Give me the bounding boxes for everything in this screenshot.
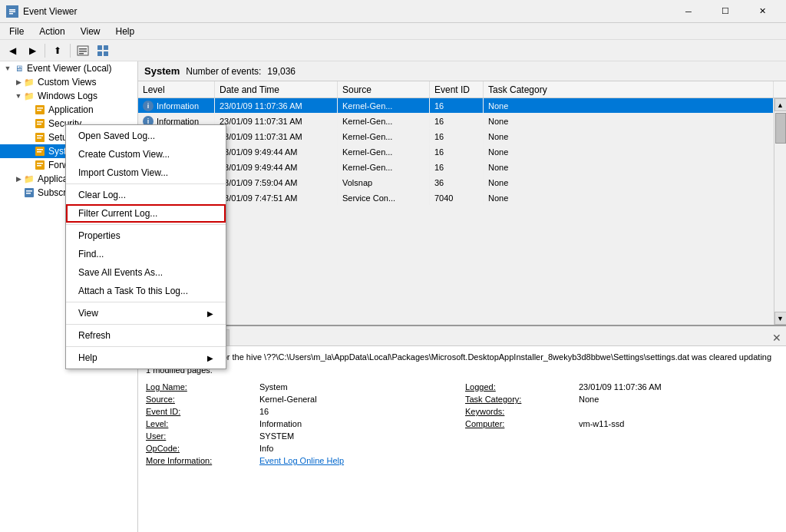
context-menu-item-help[interactable]: Help▶ xyxy=(66,349,226,367)
submenu-arrow-icon: ▶ xyxy=(207,309,213,318)
submenu-arrow-icon: ▶ xyxy=(207,354,213,362)
context-menu-item-properties[interactable]: Properties xyxy=(66,226,226,245)
context-menu-item-attach_a_task_to_this_log[interactable]: Attach a Task To this Log... xyxy=(66,282,226,300)
ctx-item-label: Find... xyxy=(78,249,104,259)
context-menu-overlay: Open Saved Log...Create Custom View...Im… xyxy=(0,0,786,532)
ctx-item-label: Refresh xyxy=(78,330,111,341)
context-menu-separator xyxy=(66,302,226,302)
context-menu-item-import_custom_view[interactable]: Import Custom View... xyxy=(66,164,226,182)
ctx-item-label: Save All Events As... xyxy=(78,267,163,278)
context-menu-item-open_saved_log[interactable]: Open Saved Log... xyxy=(66,127,226,145)
ctx-item-label: Open Saved Log... xyxy=(78,131,155,141)
context-menu-separator xyxy=(66,324,226,325)
context-menu-item-view[interactable]: View▶ xyxy=(66,304,226,322)
context-menu-item-save_all_events_as[interactable]: Save All Events As... xyxy=(66,263,226,282)
ctx-item-label: Help xyxy=(78,352,97,363)
context-menu-item-create_custom_view[interactable]: Create Custom View... xyxy=(66,145,226,164)
ctx-item-label: Clear Log... xyxy=(78,190,126,200)
context-menu-item-refresh[interactable]: Refresh xyxy=(66,326,226,345)
ctx-item-label: Properties xyxy=(78,230,121,241)
ctx-item-label: Create Custom View... xyxy=(78,149,170,160)
ctx-item-label: View xyxy=(78,308,98,319)
ctx-item-label: Import Custom View... xyxy=(78,167,168,178)
context-menu-item-filter_current_log[interactable]: Filter Current Log... xyxy=(66,204,226,223)
ctx-item-label: Attach a Task To this Log... xyxy=(78,286,188,296)
context-menu: Open Saved Log...Create Custom View...Im… xyxy=(65,124,226,369)
ctx-item-label: Filter Current Log... xyxy=(78,208,157,219)
context-menu-item-find[interactable]: Find... xyxy=(66,245,226,263)
context-menu-item-clear_log[interactable]: Clear Log... xyxy=(66,186,226,204)
context-menu-separator xyxy=(66,183,226,184)
context-menu-separator xyxy=(66,346,226,347)
context-menu-separator xyxy=(66,224,226,225)
